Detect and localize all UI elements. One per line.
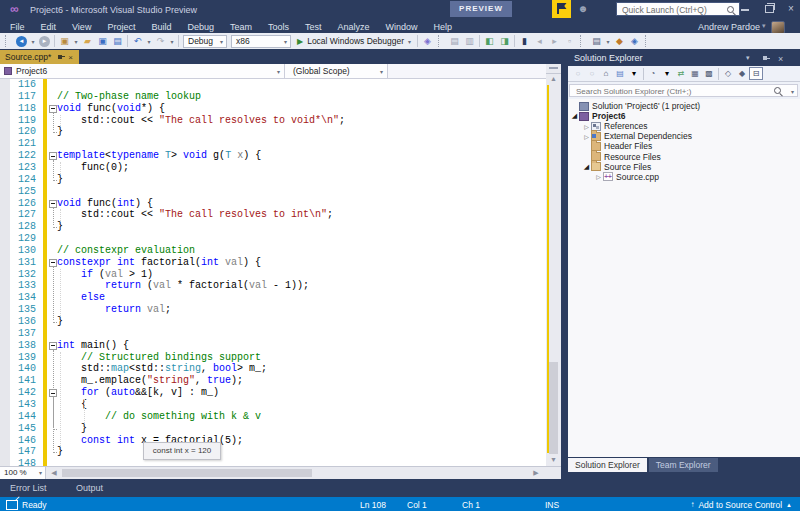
- undo-icon[interactable]: ↶: [130, 34, 145, 48]
- save-icon[interactable]: ▣: [95, 34, 110, 48]
- expander-closed-icon[interactable]: ▷: [582, 123, 591, 130]
- build-icon[interactable]: ▤: [447, 34, 462, 48]
- code-line-139[interactable]: 139 // Structured bindings support: [0, 352, 546, 364]
- collapse-region-icon[interactable]: [49, 152, 57, 160]
- panel-tab-team-explorer[interactable]: Team Explorer: [649, 458, 718, 472]
- quick-launch-input[interactable]: [620, 3, 724, 17]
- signed-in-user[interactable]: Andrew Pardoe: [698, 22, 760, 32]
- menu-team[interactable]: Team: [222, 22, 260, 32]
- add-to-source-control-button[interactable]: ↑ Add to Source Control ▲: [690, 500, 792, 510]
- status-character-number[interactable]: Ch 1: [462, 500, 480, 510]
- code-line-143[interactable]: 143 {: [0, 399, 546, 411]
- tree-item-header-files[interactable]: Header Files: [568, 141, 800, 151]
- se-sync-with-active-icon[interactable]: ⇄: [674, 67, 688, 80]
- editor-zoom-dropdown[interactable]: 100 %▾: [0, 467, 46, 479]
- code-line-147[interactable]: 147}: [0, 446, 546, 458]
- solution-explorer-header[interactable]: Solution Explorer ▾ ×: [568, 50, 800, 66]
- se-collapse-all-icon[interactable]: ⊟: [749, 67, 763, 80]
- tree-item-project6[interactable]: ◢Project6: [568, 111, 800, 121]
- tree-item-references[interactable]: ▷References: [568, 121, 800, 131]
- new-project-dropdown[interactable]: ▾: [72, 34, 80, 48]
- menu-edit[interactable]: Edit: [33, 22, 65, 32]
- close-panel-icon[interactable]: ×: [778, 54, 783, 64]
- docked-tab-output[interactable]: Output: [76, 483, 103, 493]
- project-scope-dropdown[interactable]: Project6 ▾: [0, 64, 285, 78]
- code-line-142[interactable]: 142 for (auto&&[k, v] : m_): [0, 387, 546, 399]
- redo-icon[interactable]: ↷: [153, 34, 168, 48]
- code-line-120[interactable]: 120}: [0, 126, 546, 138]
- cancel-build-icon[interactable]: ▥: [462, 34, 477, 48]
- bookmark-icon[interactable]: ▮: [517, 34, 532, 48]
- code-line-121[interactable]: 121: [0, 138, 546, 150]
- window-position-dropdown-icon[interactable]: ▾: [746, 54, 750, 62]
- restore-button[interactable]: [758, 0, 780, 17]
- code-line-144[interactable]: 144 // do something with k & v: [0, 411, 546, 423]
- menu-test[interactable]: Test: [297, 22, 330, 32]
- code-editor[interactable]: 116117// Two-phase name lookup118void fu…: [0, 79, 546, 466]
- search-box[interactable]: ▾: [569, 84, 798, 97]
- code-line-137[interactable]: 137: [0, 328, 546, 340]
- new-item-icon[interactable]: ▤: [589, 34, 604, 48]
- expander-closed-icon[interactable]: ▷: [582, 133, 591, 140]
- code-line-117[interactable]: 117// Two-phase name lookup: [0, 91, 546, 103]
- solution-platform-dropdown[interactable]: x86▾: [231, 35, 291, 48]
- tree-item-source-cpp[interactable]: ▷++Source.cpp: [568, 172, 800, 182]
- menu-help[interactable]: Help: [426, 22, 461, 32]
- code-line-133[interactable]: 133 return (val * factorial(val - 1));: [0, 280, 546, 292]
- close-tab-icon[interactable]: ×: [68, 53, 73, 62]
- tree-item-solution-project6-1-project[interactable]: Solution 'Project6' (1 project): [568, 99, 800, 111]
- undo-dropdown[interactable]: ▾: [145, 34, 153, 48]
- code-line-128[interactable]: 128}: [0, 221, 546, 233]
- code-line-136[interactable]: 136}: [0, 316, 546, 328]
- expander-open-icon[interactable]: ◢: [582, 163, 591, 171]
- type-scope-dropdown[interactable]: (Global Scope) ▾: [285, 64, 388, 78]
- toolbar-overflow-grip[interactable]: [580, 35, 586, 47]
- se-pending-changes-icon[interactable]: ◔: [646, 67, 660, 80]
- toolbar-overflow-grip[interactable]: [438, 35, 444, 47]
- next-bookmark-icon[interactable]: ▸: [547, 34, 562, 48]
- clear-bookmarks-icon[interactable]: ▫: [562, 34, 577, 48]
- nav-back-icon[interactable]: ◄: [14, 34, 29, 48]
- menu-tools[interactable]: Tools: [260, 22, 297, 32]
- toolbar-drag-grip[interactable]: [5, 35, 11, 47]
- docked-tab-error-list[interactable]: Error List: [10, 483, 47, 493]
- collapse-region-icon[interactable]: [49, 259, 57, 267]
- solution-search-input[interactable]: [574, 85, 768, 98]
- collapse-region-icon[interactable]: [49, 105, 57, 113]
- se-back-icon[interactable]: ○: [571, 67, 585, 80]
- open-file-icon[interactable]: ▰: [80, 34, 95, 48]
- nav-back-dropdown[interactable]: ▾: [29, 34, 37, 48]
- solution-configuration-dropdown[interactable]: Debug▾: [183, 35, 227, 48]
- start-debugging-button[interactable]: ▶ Local Windows Debugger ▾: [293, 34, 415, 49]
- code-line-132[interactable]: 132 if (val > 1): [0, 269, 546, 281]
- menu-analyze[interactable]: Analyze: [330, 22, 378, 32]
- horizontal-scrollbar-thumb[interactable]: [62, 469, 312, 477]
- code-line-122[interactable]: 122template<typename T> void g(T x) {: [0, 150, 546, 162]
- se-switch-views-dropdown[interactable]: ▾: [627, 67, 641, 80]
- navigate-icon[interactable]: ◆: [612, 34, 627, 48]
- tree-item-external-dependencies[interactable]: ▷External Dependencies: [568, 131, 800, 141]
- vertical-scrollbar-thumb[interactable]: [549, 362, 558, 454]
- tree-item-source-files[interactable]: ◢Source Files: [568, 162, 800, 172]
- menu-build[interactable]: Build: [143, 22, 179, 32]
- se-view-code-icon[interactable]: ◇: [721, 67, 735, 80]
- close-button[interactable]: ×: [780, 0, 800, 17]
- menu-file[interactable]: File: [2, 22, 33, 32]
- panel-tab-solution-explorer[interactable]: Solution Explorer: [568, 458, 647, 472]
- code-line-141[interactable]: 141 m_.emplace("string", true);: [0, 375, 546, 387]
- code-line-126[interactable]: 126void func(int) {: [0, 198, 546, 210]
- menu-debug[interactable]: Debug: [179, 22, 222, 32]
- menu-view[interactable]: View: [64, 22, 99, 32]
- code-line-135[interactable]: 135 return val;: [0, 304, 546, 316]
- scroll-up-icon[interactable]: ▲: [546, 73, 561, 85]
- expander-open-icon[interactable]: ◢: [570, 112, 579, 120]
- se-switch-views-icon[interactable]: ▤: [613, 67, 627, 80]
- toolbar-overflow-grip[interactable]: [645, 35, 651, 47]
- attach-to-process-icon[interactable]: ◈: [420, 34, 435, 48]
- redo-dropdown[interactable]: ▾: [168, 34, 176, 48]
- feedback-flag-button[interactable]: [552, 0, 571, 18]
- code-line-119[interactable]: 119 std::cout << "The call resolves to v…: [0, 115, 546, 127]
- se-properties-icon[interactable]: ▩: [702, 67, 716, 80]
- step-over-icon[interactable]: ◨: [497, 34, 512, 48]
- code-line-130[interactable]: 130// constexpr evaluation: [0, 245, 546, 257]
